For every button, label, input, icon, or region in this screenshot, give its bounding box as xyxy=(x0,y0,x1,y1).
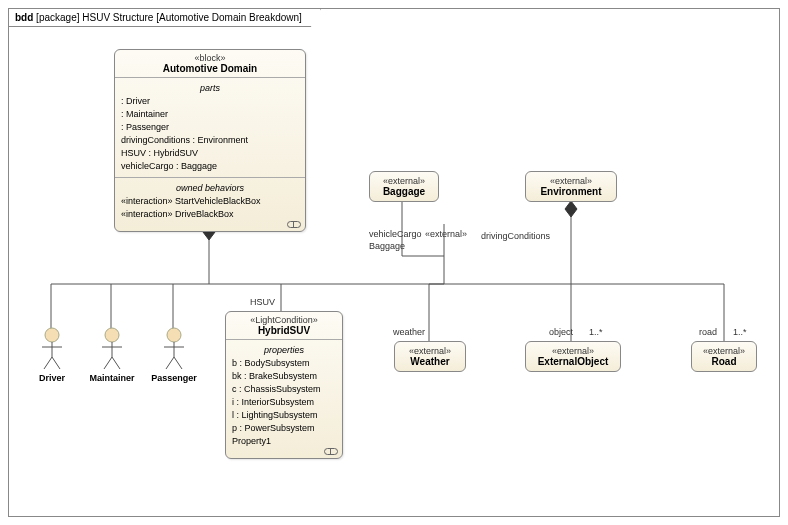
part-row: : Driver xyxy=(121,95,299,108)
prop-row: c : ChassisSubsystem xyxy=(232,383,336,396)
block-road[interactable]: «external» Road xyxy=(691,341,757,372)
label-object: object xyxy=(549,327,573,337)
prop-row: b : BodySubsystem xyxy=(232,357,336,370)
part-row: vehicleCargo : Baggage xyxy=(121,160,299,173)
frame-title: HSUV Structure xyxy=(82,12,153,23)
actor-driver[interactable]: Driver xyxy=(27,327,77,383)
block-name: Automotive Domain xyxy=(119,63,301,74)
stereotype: «block» xyxy=(119,53,301,63)
prop-row: Property1 xyxy=(232,435,336,448)
label-hsuv: HSUV xyxy=(250,297,275,307)
stereotype: «external» xyxy=(532,176,610,186)
svg-point-27 xyxy=(167,328,181,342)
behavior-row: «interaction» DriveBlackBox xyxy=(121,208,299,221)
label-drivingconditions: drivingConditions xyxy=(481,231,550,241)
svg-line-20 xyxy=(44,357,52,369)
actor-label: Maintainer xyxy=(87,373,137,383)
props-compartment: properties b : BodySubsystem bk : BrakeS… xyxy=(226,340,342,458)
svg-line-30 xyxy=(166,357,174,369)
actor-icon xyxy=(160,327,188,371)
block-hybridsuv[interactable]: «LightCondition» HybridSUV properties b … xyxy=(225,311,343,459)
prop-row: bk : BrakeSubsystem xyxy=(232,370,336,383)
behaviors-compartment: owned behaviors «interaction» StartVehic… xyxy=(115,178,305,231)
svg-line-26 xyxy=(112,357,120,369)
svg-line-25 xyxy=(104,357,112,369)
stereotype: «external» xyxy=(401,346,459,356)
label-mult-b: 1..* xyxy=(733,327,747,337)
block-environment[interactable]: «external» Environment xyxy=(525,171,617,202)
parts-compartment: parts : Driver : Maintainer : Passenger … xyxy=(115,78,305,178)
part-row: HSUV : HybridSUV xyxy=(121,147,299,160)
svg-line-31 xyxy=(174,357,182,369)
label-mult-a: 1..* xyxy=(589,327,603,337)
compart-title: owned behaviors xyxy=(121,180,299,195)
behavior-row: «interaction» StartVehicleBlackBox xyxy=(121,195,299,208)
block-name: Environment xyxy=(532,186,610,197)
compart-title: parts xyxy=(121,80,299,95)
block-head: «LightCondition» HybridSUV xyxy=(226,312,342,340)
actor-maintainer[interactable]: Maintainer xyxy=(87,327,137,383)
prop-row: l : LightingSubsystem xyxy=(232,409,336,422)
block-externalobject[interactable]: «external» ExternalObject xyxy=(525,341,621,372)
label-road: road xyxy=(699,327,717,337)
part-row: : Passenger xyxy=(121,121,299,134)
block-name: ExternalObject xyxy=(532,356,614,367)
block-name: Baggage xyxy=(376,186,432,197)
diagram-frame: bdd [package] HSUV Structure [Automotive… xyxy=(8,8,780,517)
svg-marker-11 xyxy=(565,201,577,217)
actor-label: Driver xyxy=(27,373,77,383)
interaction-icon xyxy=(324,448,338,455)
stereotype: «external» xyxy=(698,346,750,356)
block-name: Weather xyxy=(401,356,459,367)
part-row: drivingConditions : Environment xyxy=(121,134,299,147)
stereotype: «LightCondition» xyxy=(230,315,338,325)
label-vehiclecargo: vehicleCargo xyxy=(369,229,422,239)
block-name: Road xyxy=(698,356,750,367)
frame-title-tab: bdd [package] HSUV Structure [Automotive… xyxy=(9,9,321,27)
svg-point-22 xyxy=(105,328,119,342)
actor-icon xyxy=(98,327,126,371)
label-baggage-role: Baggage xyxy=(369,241,405,251)
stereotype: «external» xyxy=(532,346,614,356)
actor-label: Passenger xyxy=(149,373,199,383)
label-weather: weather xyxy=(393,327,425,337)
actor-passenger[interactable]: Passenger xyxy=(149,327,199,383)
svg-line-21 xyxy=(52,357,60,369)
block-baggage[interactable]: «external» Baggage xyxy=(369,171,439,202)
frame-subtitle: [Automotive Domain Breakdown] xyxy=(156,12,302,23)
block-head: «block» Automotive Domain xyxy=(115,50,305,78)
block-weather[interactable]: «external» Weather xyxy=(394,341,466,372)
block-name: HybridSUV xyxy=(230,325,338,336)
block-automotive-domain[interactable]: «block» Automotive Domain parts : Driver… xyxy=(114,49,306,232)
actor-icon xyxy=(38,327,66,371)
stereotype: «external» xyxy=(376,176,432,186)
frame-pkg: [package] xyxy=(36,12,79,23)
prop-row: p : PowerSubsystem xyxy=(232,422,336,435)
frame-kind: bdd xyxy=(15,12,33,23)
prop-row: i : InteriorSubsystem xyxy=(232,396,336,409)
svg-point-17 xyxy=(45,328,59,342)
compart-title: properties xyxy=(232,342,336,357)
part-row: : Maintainer xyxy=(121,108,299,121)
label-external: «external» xyxy=(425,229,467,239)
interaction-icon xyxy=(287,221,301,228)
